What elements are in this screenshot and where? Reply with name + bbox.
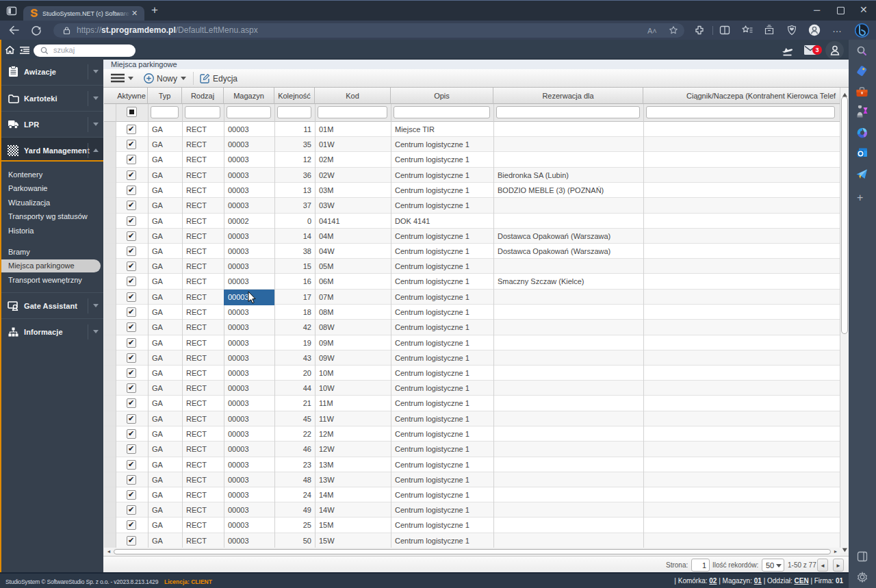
svg-text:A˄: A˄: [647, 27, 657, 35]
